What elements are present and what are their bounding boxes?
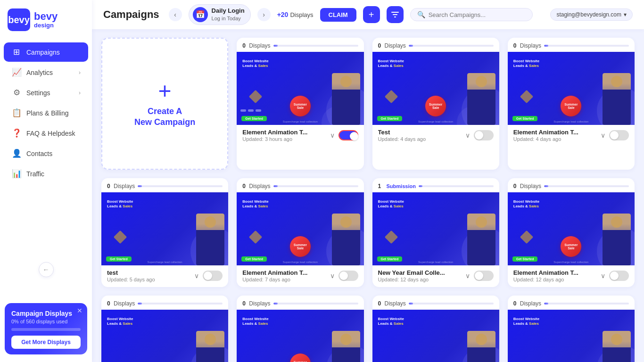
displays-label: Displays [290,11,313,18]
card-chevron-button[interactable]: ∨ [330,132,335,139]
card-footer: New Year Email Colle... Updated: 12 days… [372,265,499,287]
campaign-card[interactable]: 0 Displays Boost WebsiteLeads & Sales [101,178,228,287]
card-displays-row: 0 Displays [508,178,635,192]
sidebar-item-faq[interactable]: ❓ FAQ & Helpdesk [4,123,88,143]
settings-arrow: › [79,90,81,96]
card-chevron-button[interactable]: ∨ [601,132,605,139]
displays-badge: +20 Displays [277,11,314,18]
campaign-toggle[interactable] [474,271,494,281]
card-footer: Element Animation T... Updated: 4 days a… [508,125,635,147]
sidebar-item-campaigns[interactable]: ⊞ Campaigns [4,42,88,62]
card-name: Element Animation T... [242,129,307,136]
card-name: Element Animation T... [513,269,578,276]
card-footer: Element Animation T... Updated: 7 days a… [237,265,363,287]
sidebar-item-analytics[interactable]: 📈 Analytics › [4,63,88,82]
sidebar-item-campaigns-label: Campaigns [26,49,60,56]
displays-count: 0 Displays [107,183,135,189]
search-box: 🔍 [410,8,533,21]
sidebar-item-analytics-label: Analytics [26,69,53,76]
sidebar-item-plans[interactable]: 📋 Plans & Billing [4,103,88,123]
search-input[interactable] [429,11,526,18]
card-name: New Year Email Colle... [378,269,445,276]
search-icon: 🔍 [417,11,425,18]
topbar-next-button[interactable]: › [257,8,271,21]
user-email: staging@bevydesign.com [556,11,621,18]
daily-login-icon: 📅 [193,7,208,22]
sale-badge: SummerSale [290,96,311,116]
card-image: Boost WebsiteLeads & Sales SummerSale Ge… [237,52,363,125]
card-chevron-button[interactable]: ∨ [465,272,470,280]
card-chevron-button[interactable]: ∨ [465,132,470,139]
campaign-card[interactable]: 0 Displays Boost WebsiteLeads & Sales Ge… [372,296,499,362]
sidebar-item-settings[interactable]: ⚙ Settings › [4,83,88,102]
card-displays-row: 0 Displays [372,38,499,52]
card-displays-row: 0 Displays [508,38,635,52]
card-image: Boost WebsiteLeads & Sales SummerSale Ge… [508,52,635,125]
sidebar-item-traffic[interactable]: 📊 Traffic [4,164,88,183]
card-updated: Updated: 4 days ago [513,136,578,142]
progress-line [273,45,358,47]
topbar-prev-button[interactable]: ‹ [169,8,182,21]
claim-button[interactable]: CLAIM [320,8,356,22]
card-updated: Updated: 12 days ago [513,277,578,282]
page-title: Campaigns [103,8,159,21]
filter-button[interactable] [387,6,404,23]
get-more-displays-button[interactable]: Get More Displays [11,336,81,349]
card-image: Boost WebsiteLeads & Sales SummerSale Ge… [372,52,499,125]
card-displays-row: 0 Displays [101,296,228,310]
card-chevron-button[interactable]: ∨ [194,272,199,280]
campaign-toggle[interactable] [609,271,629,281]
card-displays-row: 0 Displays [508,296,635,310]
analytics-arrow: › [79,69,81,76]
card-image: Boost WebsiteLeads & Sales SummerSale Ge… [237,192,363,265]
close-card-button[interactable]: ✕ [77,307,83,314]
card-name: test [107,269,155,276]
campaign-toggle[interactable] [339,271,358,281]
displays-count: 0 Displays [242,183,270,189]
card-displays-row: 0 Displays [101,178,228,192]
user-dropdown-arrow: ▾ [624,11,627,18]
campaign-card[interactable]: 0 Displays Boost WebsiteLeads & Sales Ge… [101,296,228,362]
add-campaign-button[interactable]: + [363,6,380,23]
campaign-card[interactable]: 0 Displays Boost WebsiteLeads & Sales Su… [237,296,363,362]
campaign-card[interactable]: 0 Displays Boost WebsiteLeads & Sales [237,178,363,287]
card-footer: Element Animation T... Updated: 12 days … [508,265,635,287]
card-image: Boost WebsiteLeads & Sales SummerSale Ge… [237,310,363,362]
daily-login-title: Daily Login [212,7,245,15]
campaign-card[interactable]: 0 Displays Boost WebsiteLeads & Sales [372,38,499,170]
card-displays-row: 0 Displays [372,296,499,310]
campaign-toggle[interactable] [474,130,494,140]
campaign-toggle[interactable] [339,130,358,140]
progress-line [544,45,629,47]
campaign-card[interactable]: 1 Submission Boost WebsiteLeads & Sales [372,178,499,287]
sidebar-item-contacts[interactable]: 👤 Contacts [4,144,88,163]
daily-login-button[interactable]: 📅 Daily Login Log in Today [189,4,251,25]
card-updated: Updated: 7 days ago [242,277,307,282]
card-image: Boost WebsiteLeads & Sales SummerSale Ge… [508,192,635,265]
progress-line [273,185,358,187]
main-content: Campaigns ‹ 📅 Daily Login Log in Today ›… [92,0,644,362]
card-name: Element Animation T... [242,269,307,276]
campaign-toggle[interactable] [203,271,223,281]
card-updated: Updated: 3 hours ago [242,136,307,142]
campaign-card[interactable]: 0 Displays Boost WebsiteLeads & Sales [508,38,635,170]
campaign-card[interactable]: 0 Displays Boost WebsiteLeads & Sales [237,38,363,170]
settings-icon: ⚙ [11,88,22,98]
card-chevron-button[interactable]: ∨ [330,272,335,280]
sidebar-item-faq-label: FAQ & Helpdesk [26,130,75,137]
card-chevron-button[interactable]: ∨ [601,272,605,280]
analytics-icon: 📈 [11,67,22,77]
displays-count: 0 Displays [513,183,541,189]
traffic-icon: 📊 [11,169,22,179]
logo-brand: bevy [34,11,58,22]
campaign-toggle[interactable] [609,130,629,140]
daily-login-text: Daily Login Log in Today [212,7,245,22]
create-campaign-card[interactable]: + Create A New Campaign [101,38,228,170]
campaign-card[interactable]: 0 Displays Boost WebsiteLeads & Sales [508,296,635,362]
progress-line [419,185,494,187]
collapse-sidebar-button[interactable]: ← [39,262,54,277]
logo-text-main: bevy [8,15,30,25]
user-account-button[interactable]: staging@bevydesign.com ▾ [550,8,633,21]
campaign-card[interactable]: 0 Displays Boost WebsiteLeads & Sales [508,178,635,287]
card-image: Boost WebsiteLeads & Sales Get Started S… [508,310,635,362]
